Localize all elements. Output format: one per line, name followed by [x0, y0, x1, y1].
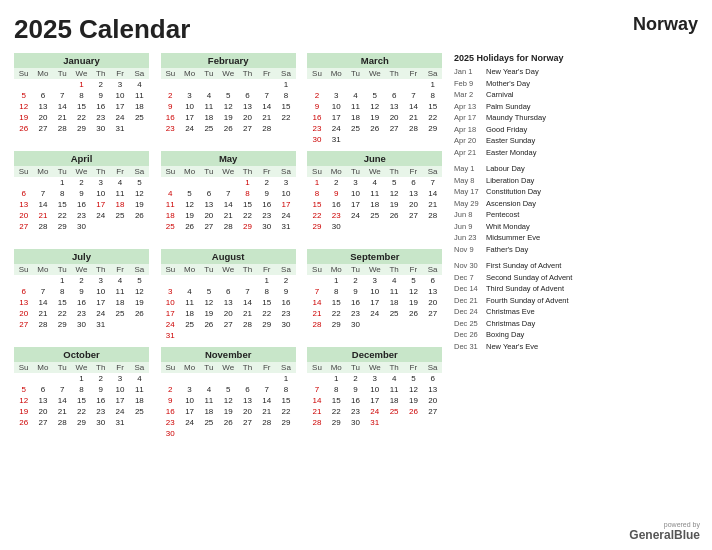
day-cell: 25 [161, 221, 180, 232]
day-header: We [72, 166, 91, 177]
holiday-row: Jun 9Whit Monday [454, 222, 694, 233]
day-cell: 11 [199, 101, 218, 112]
day-cell: 28 [238, 319, 257, 330]
month-february: FebruarySuMoTuWeThFrSa123456789101112131… [161, 53, 296, 145]
day-cell: 12 [384, 188, 403, 199]
day-cell: 25 [130, 406, 149, 417]
day-cell: 6 [384, 90, 403, 101]
page: 2025 Calendar Norway JanuarySuMoTuWeThFr… [0, 0, 712, 550]
day-header: Sa [423, 362, 442, 373]
day-cell: 18 [384, 395, 403, 406]
day-header: Th [238, 166, 257, 177]
month-october: OctoberSuMoTuWeThFrSa1234567891011121314… [14, 347, 149, 439]
day-cell: 18 [384, 297, 403, 308]
day-cell: 5 [180, 188, 199, 199]
holiday-date: Dec 24 [454, 307, 482, 318]
day-cell: 22 [423, 112, 442, 123]
day-cell: 1 [72, 79, 91, 90]
day-header: Tu [53, 166, 72, 177]
day-cell: 30 [257, 221, 276, 232]
header: 2025 Calendar Norway [14, 14, 698, 45]
day-cell: 12 [130, 188, 149, 199]
day-cell: 19 [130, 297, 149, 308]
day-cell: 15 [53, 199, 72, 210]
day-cell: 9 [161, 101, 180, 112]
day-cell: 27 [219, 319, 238, 330]
day-cell: 23 [346, 406, 365, 417]
day-header: Mo [327, 68, 346, 79]
day-cell: 13 [14, 199, 33, 210]
day-cell: 23 [161, 123, 180, 134]
day-header: We [72, 68, 91, 79]
day-cell: 7 [423, 177, 442, 188]
day-cell: 20 [14, 210, 33, 221]
day-cell: 17 [276, 199, 295, 210]
day-cell: 23 [276, 308, 295, 319]
day-cell: 19 [219, 406, 238, 417]
day-cell: 18 [199, 112, 218, 123]
day-cell: 25 [384, 308, 403, 319]
day-cell: 7 [257, 90, 276, 101]
day-cell: 8 [423, 90, 442, 101]
day-cell: 7 [238, 286, 257, 297]
day-cell: 21 [33, 210, 52, 221]
day-cell: 25 [110, 210, 129, 221]
day-cell: 6 [199, 188, 218, 199]
holiday-row: Apr 18Good Friday [454, 125, 694, 136]
day-cell: 3 [110, 79, 129, 90]
day-cell: 7 [404, 90, 423, 101]
day-cell: 22 [307, 210, 326, 221]
day-cell: 28 [33, 319, 52, 330]
day-cell: 14 [307, 395, 326, 406]
day-cell: 11 [130, 90, 149, 101]
day-cell: 3 [327, 90, 346, 101]
holiday-date: Apr 18 [454, 125, 482, 136]
day-empty [33, 275, 52, 286]
day-cell: 13 [423, 384, 442, 395]
day-header: Mo [327, 264, 346, 275]
day-cell: 4 [384, 373, 403, 384]
holiday-name: Whit Monday [486, 222, 530, 233]
day-cell: 25 [346, 123, 365, 134]
day-cell: 21 [404, 112, 423, 123]
holiday-name: Carnival [486, 90, 514, 101]
day-cell: 27 [238, 417, 257, 428]
day-cell: 3 [365, 373, 384, 384]
day-cell: 4 [199, 384, 218, 395]
day-cell: 27 [404, 210, 423, 221]
day-empty [33, 373, 52, 384]
day-cell: 10 [110, 384, 129, 395]
day-cell: 16 [161, 112, 180, 123]
day-empty [257, 373, 276, 384]
day-cell: 17 [346, 199, 365, 210]
day-cell: 5 [219, 384, 238, 395]
day-cell: 26 [404, 308, 423, 319]
day-cell: 25 [199, 417, 218, 428]
day-cell: 24 [91, 308, 110, 319]
day-header: Th [238, 264, 257, 275]
day-cell: 19 [180, 210, 199, 221]
day-header: We [219, 362, 238, 373]
day-cell: 4 [365, 177, 384, 188]
day-cell: 13 [238, 101, 257, 112]
day-empty [219, 79, 238, 90]
holiday-row: Dec 25Christmas Day [454, 319, 694, 330]
country-title: Norway [633, 14, 698, 35]
day-cell: 16 [257, 199, 276, 210]
day-header: Fr [404, 264, 423, 275]
month-june: JuneSuMoTuWeThFrSa1234567891011121314151… [307, 151, 442, 243]
day-cell: 6 [33, 90, 52, 101]
day-header: Fr [257, 362, 276, 373]
holiday-name: Constitution Day [486, 187, 541, 198]
day-cell: 9 [327, 188, 346, 199]
day-cell: 24 [110, 112, 129, 123]
month-december: DecemberSuMoTuWeThFrSa123456789101112131… [307, 347, 442, 439]
day-cell: 26 [130, 308, 149, 319]
day-cell: 8 [53, 286, 72, 297]
day-cell: 14 [257, 101, 276, 112]
day-cell: 1 [257, 275, 276, 286]
day-header: We [219, 264, 238, 275]
day-cell: 28 [307, 319, 326, 330]
day-header: Tu [346, 68, 365, 79]
day-empty [307, 79, 326, 90]
